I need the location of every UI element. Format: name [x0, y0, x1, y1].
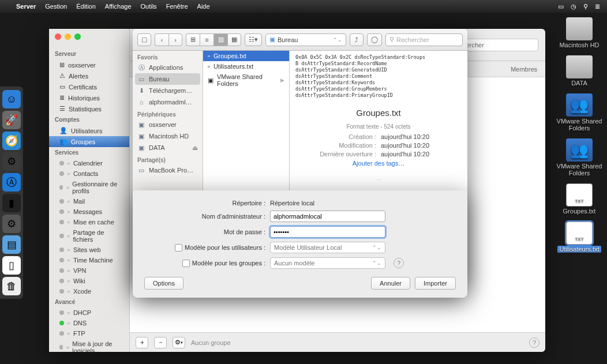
eject-icon[interactable]: ⏏	[192, 144, 198, 152]
sidebar-alertes[interactable]: ⚠Alertes	[49, 70, 129, 81]
dock-safari[interactable]: 🧭	[2, 132, 21, 150]
sidebar-advanced[interactable]: ▫DHCP	[49, 307, 129, 318]
zoom-button[interactable]	[74, 33, 81, 40]
sidebar-advanced[interactable]: ▫FTP	[49, 328, 129, 339]
options-button[interactable]: Options	[144, 277, 183, 290]
sidebar-utilisateurs[interactable]: 👤Utilisateurs	[49, 125, 129, 136]
desktop-icon[interactable]: 👥VMware Shared Folders	[556, 138, 602, 177]
dock-launchpad[interactable]: 🚀	[2, 111, 21, 129]
back-button[interactable]: ‹	[155, 33, 168, 46]
sidebar-service[interactable]: ▫Sites web	[49, 245, 129, 255]
resize-handle[interactable]: ⋯	[295, 177, 462, 183]
file-groupes[interactable]: ▫Groupes.txt	[203, 51, 289, 61]
sidebar-service[interactable]: ▫Wiki	[49, 276, 129, 286]
sidebar-service[interactable]: ▫Xcode	[49, 286, 129, 297]
desktop-icon[interactable]: TXTUtilisateurs.txt	[557, 222, 601, 253]
sidebar-service[interactable]: ▫Partage de fichiers	[49, 227, 129, 245]
sidebar-historiques[interactable]: ≣Historiques	[49, 92, 129, 103]
share-button[interactable]: ⤴	[350, 33, 364, 46]
dock-appstore[interactable]: Ⓐ	[2, 173, 21, 192]
file-utilisateurs[interactable]: ▫Utilisateurs.txt	[203, 61, 289, 72]
menu-affichage[interactable]: Affichage	[105, 3, 132, 10]
fav-applications[interactable]: ⒶApplications	[133, 62, 203, 73]
section-avance: Avancé	[49, 297, 129, 307]
shared-macbook[interactable]: ▭MacBook Pro…	[133, 164, 203, 176]
spotlight-icon[interactable]: ⚲	[583, 3, 588, 10]
arrange-button[interactable]: ☷▾	[245, 33, 262, 46]
airplay-icon[interactable]: ▭	[558, 3, 564, 10]
col-membres[interactable]: Membres	[511, 66, 537, 73]
close-button[interactable]	[55, 33, 61, 40]
sidebar-statistiques[interactable]: ☰Statistiques	[49, 103, 129, 114]
desktop-icon[interactable]: DATA	[566, 55, 593, 87]
cancel-button[interactable]: Annuler	[371, 277, 410, 290]
dev-data[interactable]: ▣DATA⏏	[133, 142, 203, 153]
search-icon: ⚲	[389, 36, 394, 43]
sidebar-service[interactable]: ▫VPN	[49, 265, 129, 276]
menu-gestion[interactable]: Gestion	[45, 3, 67, 10]
help-button[interactable]: ?	[529, 337, 539, 348]
view-column[interactable]: ▥	[213, 33, 227, 46]
view-list[interactable]: ≡	[200, 33, 213, 46]
action-button[interactable]: ⚙▾	[173, 337, 185, 348]
add-button[interactable]: ＋	[136, 337, 148, 348]
desktop-icon[interactable]: Macintosh HD	[559, 17, 599, 48]
sidebar-certificats[interactable]: ▭Certificats	[49, 81, 129, 92]
dock-terminal[interactable]: ▮	[2, 194, 21, 212]
clock-icon[interactable]: ◷	[571, 3, 576, 10]
fav-downloads[interactable]: ⬇Téléchargem…	[133, 85, 203, 96]
fav-bureau[interactable]: ▭Bureau	[135, 73, 200, 85]
group-template-select[interactable]: Aucun modèle⌃⌄	[270, 257, 385, 269]
app-menu[interactable]: Server	[16, 3, 36, 10]
sidebar-groupes[interactable]: 👥Groupes	[49, 136, 129, 147]
menu-outils[interactable]: Outils	[141, 3, 157, 10]
preview-content: 0x0A 0x5C 0x3A 0x2C dsRecTypeStandard:Gr…	[295, 54, 462, 99]
import-button[interactable]: Importer	[415, 277, 456, 290]
group-template-checkbox[interactable]	[182, 260, 190, 267]
sidebar-service[interactable]: ▫Messages	[49, 207, 129, 217]
remove-button[interactable]: －	[154, 337, 167, 348]
sidebar-advanced[interactable]: ▫Mise à jour de logiciels	[49, 339, 129, 352]
sidebar-osxserver[interactable]: ⊞osxserver	[49, 59, 129, 70]
sidebar-toggle[interactable]: ▢	[137, 33, 151, 46]
sidebar-service[interactable]: ▫Mise en cache	[49, 217, 129, 227]
dock-server[interactable]: ⚙	[2, 152, 21, 171]
password-label: Mot de passe :	[144, 228, 265, 235]
view-cover[interactable]: ▦	[227, 33, 241, 46]
admin-input[interactable]	[270, 211, 385, 222]
dock-trash[interactable]: 🗑	[2, 277, 21, 295]
partage-header: Partagé(s)	[133, 153, 203, 164]
add-tags-link[interactable]: Ajouter des tags…	[295, 160, 462, 167]
dev-osxserver[interactable]: ▣osxserver	[133, 119, 203, 130]
password-input[interactable]	[270, 226, 385, 238]
menu-edition[interactable]: Édition	[76, 3, 96, 10]
forward-button[interactable]: ›	[168, 33, 182, 46]
sidebar-service[interactable]: ▫Gestionnaire de profils	[49, 179, 129, 196]
sidebar-service[interactable]: ▫Contacts	[49, 168, 129, 179]
desktop-icon[interactable]: TXTGroupes.txt	[563, 183, 596, 215]
tags-button[interactable]: ◯	[367, 33, 382, 46]
dock-finder[interactable]: ☺	[2, 90, 21, 108]
dev-macintosh-hd[interactable]: ▣Macintosh HD	[133, 130, 203, 142]
user-template-checkbox[interactable]	[175, 244, 182, 252]
folder-vmware[interactable]: ▣VMware Shared Folders▶	[203, 72, 289, 89]
sidebar-advanced[interactable]: ▫DNS	[49, 318, 129, 328]
notifications-icon[interactable]: ≣	[595, 3, 600, 10]
desktop-icon[interactable]: 👥VMware Shared Folders	[556, 93, 602, 132]
path-selector[interactable]: ▣ Bureau⌃⌄	[265, 33, 346, 46]
dock-folder[interactable]: ▤	[2, 235, 21, 254]
view-icon[interactable]: ⊞	[186, 33, 200, 46]
menu-aide[interactable]: Aide	[197, 3, 210, 10]
periph-header: Périphériques	[133, 108, 203, 119]
dock-doc[interactable]: ▯	[2, 256, 21, 275]
fav-home[interactable]: ⌂alphormadml…	[133, 96, 203, 108]
minimize-button[interactable]	[65, 33, 71, 40]
dock-settings[interactable]: ⚙	[2, 215, 21, 233]
menu-fenetre[interactable]: Fenêtre	[166, 3, 188, 10]
finder-search[interactable]: ⚲Rechercher	[385, 33, 463, 46]
sidebar-service[interactable]: ▫Mail	[49, 196, 129, 207]
help-button[interactable]: ?	[394, 258, 404, 268]
user-template-select[interactable]: Modèle Utilisateur Local⌃⌄	[270, 242, 385, 253]
sidebar-service[interactable]: ▫Calendrier	[49, 158, 129, 168]
sidebar-service[interactable]: ▫Time Machine	[49, 255, 129, 265]
